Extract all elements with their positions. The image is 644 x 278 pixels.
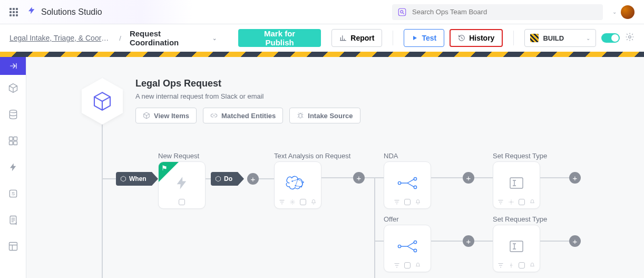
svg-point-23 bbox=[511, 202, 512, 203]
filter-icon[interactable] bbox=[497, 199, 504, 205]
intake-source-button[interactable]: Intake Source bbox=[289, 108, 360, 123]
connector bbox=[365, 177, 375, 178]
connector bbox=[431, 241, 463, 242]
filter-icon[interactable] bbox=[394, 199, 400, 205]
branch-node-nda[interactable] bbox=[384, 161, 431, 209]
add-step-button[interactable]: + bbox=[463, 172, 474, 184]
node-label: Offer bbox=[384, 215, 399, 223]
svg-point-26 bbox=[414, 249, 416, 252]
main-area: S Legal Ops Request A new internal reque… bbox=[0, 57, 644, 278]
search-input[interactable] bbox=[412, 8, 598, 16]
when-pill[interactable]: When bbox=[116, 172, 152, 186]
enable-toggle[interactable] bbox=[601, 33, 620, 43]
action-node-set-type-b[interactable] bbox=[493, 225, 540, 272]
user-menu[interactable]: ⌄ bbox=[612, 5, 635, 19]
gear-icon[interactable] bbox=[508, 262, 514, 269]
svg-point-1 bbox=[401, 10, 403, 13]
branch-node-offer[interactable] bbox=[384, 225, 431, 272]
avatar[interactable] bbox=[621, 5, 635, 19]
checkbox-icon[interactable] bbox=[179, 199, 185, 205]
do-pill[interactable]: Do bbox=[211, 172, 238, 186]
add-step-button[interactable]: + bbox=[569, 235, 581, 247]
environment-select[interactable]: BUILD ⌄ bbox=[524, 29, 596, 47]
breadcrumb-current[interactable]: Request Coordination ⌄ bbox=[130, 29, 217, 47]
gear-icon[interactable] bbox=[508, 199, 514, 205]
svg-rect-0 bbox=[398, 8, 406, 16]
bell-icon[interactable] bbox=[529, 262, 535, 269]
link-icon bbox=[210, 112, 218, 119]
bell-icon[interactable] bbox=[310, 199, 317, 205]
node-label: Set Request Type bbox=[493, 215, 547, 223]
bolt-logo-icon bbox=[27, 6, 36, 18]
svg-rect-22 bbox=[510, 178, 523, 188]
add-step-button[interactable]: + bbox=[463, 235, 474, 247]
left-rail: S bbox=[0, 57, 26, 278]
rail-expand-button[interactable] bbox=[0, 57, 26, 75]
connector bbox=[540, 241, 569, 242]
test-button[interactable]: Test bbox=[404, 29, 444, 47]
checkbox-icon[interactable] bbox=[519, 199, 525, 205]
node-label: New Request bbox=[158, 152, 199, 160]
connector bbox=[374, 241, 384, 242]
gear-icon[interactable] bbox=[625, 32, 635, 44]
svg-point-18 bbox=[292, 202, 294, 203]
cube-icon bbox=[120, 176, 126, 182]
workflow-subtitle: A new internal request from Slack or ema… bbox=[135, 92, 360, 100]
rail-layout-icon[interactable] bbox=[0, 233, 26, 260]
checkbox-icon[interactable] bbox=[404, 262, 411, 269]
bell-icon[interactable] bbox=[415, 262, 421, 269]
view-items-button[interactable]: View Items bbox=[135, 108, 197, 123]
chevron-down-icon: ⌄ bbox=[612, 9, 617, 15]
svg-rect-7 bbox=[13, 141, 17, 145]
checkbox-icon[interactable] bbox=[519, 262, 525, 269]
apps-menu-icon[interactable] bbox=[9, 8, 18, 16]
text-input-icon bbox=[509, 175, 524, 191]
bell-icon[interactable] bbox=[529, 199, 535, 205]
breadcrumb-root[interactable]: Legal Intake, Triage, & Coordi… bbox=[9, 34, 111, 42]
trigger-node[interactable]: ⚑ bbox=[158, 161, 206, 209]
gear-icon[interactable] bbox=[289, 199, 296, 205]
search-scope-icon bbox=[397, 7, 407, 17]
rail-string-icon[interactable]: S bbox=[0, 180, 26, 207]
rail-database-icon[interactable] bbox=[0, 101, 26, 128]
search-box[interactable] bbox=[392, 4, 603, 20]
history-button[interactable]: History bbox=[450, 29, 503, 47]
workflow-canvas[interactable]: Legal Ops Request A new internal request… bbox=[26, 57, 644, 278]
flag-icon: ⚑ bbox=[161, 164, 168, 172]
hazard-strip bbox=[0, 52, 644, 57]
svg-rect-6 bbox=[9, 141, 13, 145]
add-step-button[interactable]: + bbox=[247, 173, 259, 185]
build-env-icon bbox=[530, 34, 539, 42]
rail-cube-icon[interactable] bbox=[0, 75, 26, 101]
filter-icon[interactable] bbox=[394, 262, 400, 269]
mark-for-publish-button[interactable]: Mark for Publish bbox=[238, 29, 321, 47]
svg-point-2 bbox=[629, 36, 631, 39]
svg-rect-5 bbox=[13, 137, 17, 141]
bug-icon bbox=[297, 112, 304, 119]
checkbox-icon[interactable] bbox=[404, 199, 411, 205]
filter-icon[interactable] bbox=[279, 199, 285, 205]
rail-bolt-icon[interactable] bbox=[0, 154, 26, 180]
checkbox-icon[interactable] bbox=[300, 199, 306, 205]
svg-point-25 bbox=[414, 241, 416, 243]
bell-icon[interactable] bbox=[415, 199, 421, 205]
add-step-button[interactable]: + bbox=[353, 172, 365, 184]
cube-icon bbox=[215, 176, 221, 182]
filter-icon[interactable] bbox=[497, 262, 504, 269]
svg-point-24 bbox=[398, 245, 401, 247]
rail-form-icon[interactable] bbox=[0, 207, 26, 233]
divider bbox=[513, 31, 514, 45]
rail-grid-icon[interactable] bbox=[0, 128, 26, 154]
analysis-node[interactable] bbox=[274, 161, 321, 209]
workflow-header: Legal Ops Request A new internal request… bbox=[82, 78, 360, 124]
connector bbox=[374, 177, 384, 178]
connector bbox=[374, 178, 375, 278]
matched-entities-button[interactable]: Matched Entities bbox=[203, 108, 283, 123]
action-node-set-type-a[interactable] bbox=[493, 161, 540, 209]
add-step-button[interactable]: + bbox=[569, 172, 581, 184]
svg-rect-11 bbox=[9, 243, 17, 251]
toolbar: Legal Intake, Triage, & Coordi… / Reques… bbox=[0, 24, 644, 52]
connector bbox=[206, 178, 211, 179]
svg-point-12 bbox=[299, 114, 302, 118]
report-button[interactable]: Report bbox=[331, 29, 382, 47]
